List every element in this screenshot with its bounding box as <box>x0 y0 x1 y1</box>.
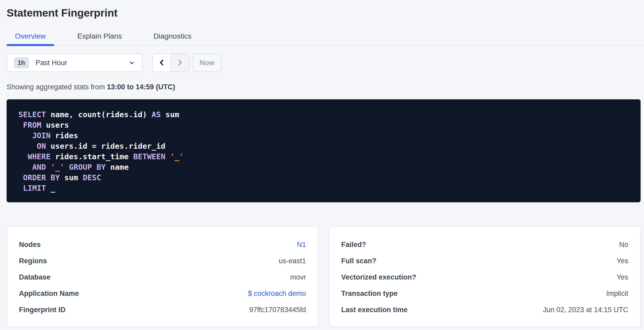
stats-prefix: Showing aggregated stats from <box>7 83 107 91</box>
sql-line: JOIN rides <box>18 130 629 141</box>
statement-fingerprint-page: Statement Fingerprint OverviewExplain Pl… <box>0 0 644 330</box>
sql-line: LIMIT _ <box>18 183 629 193</box>
info-row: Fingerprint ID97ffc170783445fd <box>19 302 306 318</box>
previous-interval-button[interactable] <box>153 54 171 71</box>
time-interval-nav <box>153 54 189 72</box>
sql-line: SELECT name, count(rides.id) AS sum <box>18 109 629 120</box>
page-title: Statement Fingerprint <box>7 7 644 19</box>
chevron-down-icon <box>129 60 135 66</box>
chevron-left-icon <box>158 59 166 67</box>
aggregated-stats-text: Showing aggregated stats from 13:00 to 1… <box>7 83 644 91</box>
info-row: Application Name$ cockroach demo <box>19 285 306 302</box>
sql-line: FROM users <box>18 120 629 130</box>
info-value-link[interactable]: N1 <box>297 241 306 249</box>
sql-line: WHERE rides.start_time BETWEEN '_' <box>18 151 629 162</box>
next-interval-button[interactable] <box>171 54 189 71</box>
info-label: Vectorized execution? <box>341 273 416 281</box>
info-label: Nodes <box>19 241 41 249</box>
sql-line: ON users.id = rides.rider_id <box>18 141 629 151</box>
tabs-bar: OverviewExplain PlansDiagnostics <box>7 31 644 45</box>
now-button[interactable]: Now <box>193 54 222 72</box>
info-label: Regions <box>19 257 47 265</box>
info-label: Full scan? <box>341 257 376 265</box>
info-label: Application Name <box>19 290 79 298</box>
info-value: Implicit <box>606 290 628 298</box>
info-row: Databasemovr <box>19 269 306 285</box>
tab-overview[interactable]: Overview <box>7 31 54 45</box>
details-cards: NodesN1Regionsus-east1DatabasemovrApplic… <box>7 226 641 327</box>
tab-explain-plans[interactable]: Explain Plans <box>69 31 130 45</box>
info-row: Vectorized execution?Yes <box>341 269 628 285</box>
info-label: Transaction type <box>341 290 398 298</box>
info-row: Full scan?Yes <box>341 253 628 269</box>
info-label: Database <box>19 273 51 281</box>
sql-line: AND '_' GROUP BY name <box>18 162 629 172</box>
execution-attributes-card: Failed?NoFull scan?YesVectorized executi… <box>329 226 641 327</box>
tab-diagnostics[interactable]: Diagnostics <box>145 31 200 45</box>
info-row: NodesN1 <box>19 236 306 253</box>
info-label: Last execution time <box>341 306 407 314</box>
sql-statement-box: SELECT name, count(rides.id) AS sum FROM… <box>7 99 641 202</box>
info-value: Jun 02, 2023 at 14:15 UTC <box>543 306 628 314</box>
time-range-label: Past Hour <box>36 59 67 67</box>
chevron-right-icon <box>176 59 184 67</box>
info-value: 97ffc170783445fd <box>249 306 306 314</box>
info-value: movr <box>290 273 306 281</box>
info-row: Transaction typeImplicit <box>341 285 628 302</box>
info-row: Last execution timeJun 02, 2023 at 14:15… <box>341 302 628 318</box>
info-row: Regionsus-east1 <box>19 253 306 269</box>
stats-time-range: 13:00 to 14:59 (UTC) <box>107 83 175 91</box>
statement-details-card: NodesN1Regionsus-east1DatabasemovrApplic… <box>7 226 318 327</box>
info-row: Failed?No <box>341 236 628 253</box>
info-value: Yes <box>617 273 628 281</box>
sql-line: ORDER BY sum DESC <box>18 172 629 183</box>
info-value: No <box>619 241 628 249</box>
info-value-link[interactable]: $ cockroach demo <box>248 290 306 298</box>
info-value: us-east1 <box>279 257 306 265</box>
time-range-badge: 1h <box>14 57 29 68</box>
info-label: Failed? <box>341 241 366 249</box>
time-range-dropdown[interactable]: 1h Past Hour <box>7 54 142 72</box>
info-label: Fingerprint ID <box>19 306 66 314</box>
time-controls: 1h Past Hour Now <box>7 54 644 72</box>
info-value: Yes <box>617 257 628 265</box>
